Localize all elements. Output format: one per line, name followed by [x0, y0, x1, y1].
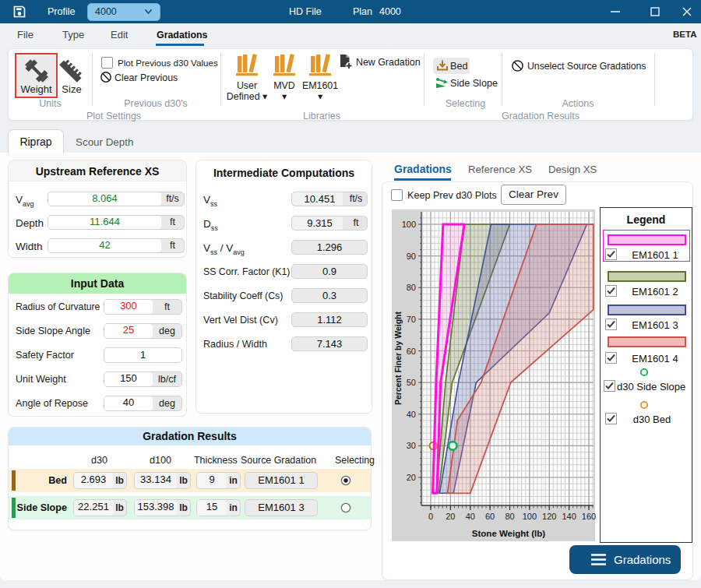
svg-text:50: 50: [407, 378, 416, 387]
svg-text:140: 140: [562, 512, 576, 521]
svg-text:120: 120: [542, 512, 556, 521]
svg-text:30: 30: [407, 441, 416, 450]
svg-text:Percent Finer by Weight: Percent Finer by Weight: [393, 312, 403, 405]
svg-text:60: 60: [407, 347, 416, 356]
svg-text:60: 60: [485, 512, 495, 521]
svg-text:20: 20: [407, 473, 416, 482]
svg-text:0: 0: [428, 512, 433, 521]
svg-text:160: 160: [582, 512, 596, 521]
svg-text:70: 70: [407, 315, 416, 324]
svg-text:20: 20: [446, 512, 455, 521]
svg-text:80: 80: [407, 283, 416, 292]
svg-text:90: 90: [407, 252, 416, 261]
svg-text:80: 80: [505, 512, 514, 521]
svg-text:40: 40: [407, 410, 416, 419]
svg-text:100: 100: [523, 512, 537, 521]
svg-text:40: 40: [466, 512, 475, 521]
svg-text:100: 100: [402, 220, 416, 229]
svg-text:Stone Weight (lb): Stone Weight (lb): [472, 529, 546, 538]
